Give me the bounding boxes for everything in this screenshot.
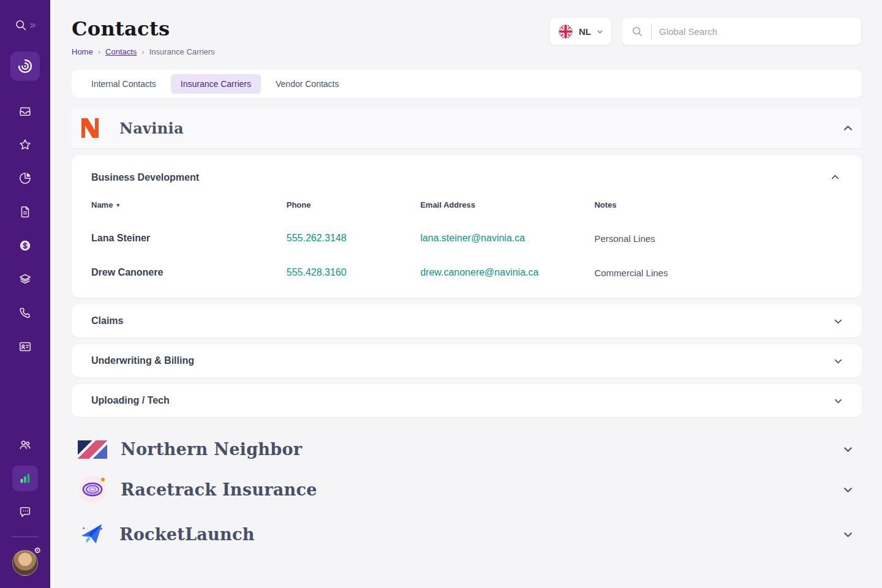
contact-phone-link[interactable]: 555.428.3160 xyxy=(287,267,414,278)
breadcrumb-separator xyxy=(98,47,100,56)
chevron-down-icon[interactable] xyxy=(840,527,856,542)
sidebar-item-favorites[interactable] xyxy=(12,132,38,157)
sidebar-item-documents[interactable] xyxy=(12,199,38,225)
tab-insurance-carriers[interactable]: Insurance Carriers xyxy=(171,74,261,94)
chevron-up-icon[interactable] xyxy=(828,170,842,184)
language-code: NL xyxy=(579,26,591,37)
section-claims[interactable]: Claims xyxy=(72,304,862,337)
sidebar-item-users[interactable] xyxy=(12,432,38,458)
carrier-rocketlaunch[interactable]: RocketLaunch xyxy=(72,512,862,556)
carrier-racetrack-insurance[interactable]: Racetrack Insurance xyxy=(72,467,862,512)
contact-card-icon xyxy=(18,340,32,353)
dollar-icon xyxy=(18,239,32,252)
rocketlaunch-logo-icon xyxy=(78,520,106,548)
contact-notes: Personal Lines xyxy=(594,233,842,244)
carrier-name: RocketLaunch xyxy=(119,525,255,544)
sidebar-divider xyxy=(12,537,39,537)
sidebar-item-education[interactable] xyxy=(12,266,38,292)
carrier-northern-neighbor[interactable]: Northern Neighbor xyxy=(72,432,862,467)
chevron-down-icon[interactable] xyxy=(831,314,845,328)
carrier-name: Racetrack Insurance xyxy=(121,480,317,499)
sidebar: ⚙ xyxy=(0,0,50,588)
contact-notes: Commercial Lines xyxy=(594,268,842,278)
chevrons-right-icon xyxy=(29,22,36,29)
gear-icon: ⚙ xyxy=(34,546,41,554)
contact-name: Drew Canonere xyxy=(91,267,287,278)
column-label: Phone xyxy=(287,200,311,209)
breadcrumb-current: Insurance Carriers xyxy=(149,47,215,56)
column-label: Name xyxy=(91,200,113,209)
search-icon xyxy=(14,18,28,32)
chevron-down-icon[interactable] xyxy=(831,394,845,408)
sidebar-item-billing[interactable] xyxy=(12,233,38,258)
chevron-down-icon[interactable] xyxy=(831,354,845,368)
table-row: Lana Steiner 555.262.3148 lana.steiner@n… xyxy=(91,233,842,244)
bar-chart-icon xyxy=(18,472,32,485)
contact-email-link[interactable]: lana.steiner@navinia.ca xyxy=(414,233,594,244)
carrier-name: Navinia xyxy=(119,119,184,137)
chat-icon xyxy=(18,505,32,519)
chevron-down-icon xyxy=(597,28,603,35)
breadcrumb-separator xyxy=(141,47,144,56)
layers-icon xyxy=(18,273,32,286)
chevron-down-icon[interactable] xyxy=(840,442,856,457)
breadcrumb-contacts-link[interactable]: Contacts xyxy=(105,47,137,56)
carrier-navinia-header[interactable]: Navinia xyxy=(72,108,862,149)
language-selector[interactable]: NL xyxy=(549,17,612,45)
racetrack-logo-icon xyxy=(78,475,107,504)
chevron-up-icon[interactable] xyxy=(840,121,856,136)
page-title: Contacts xyxy=(72,17,215,40)
tab-vendor-contacts[interactable]: Vendor Contacts xyxy=(266,74,349,94)
main-content: Contacts Home Contacts Insurance Carrier… xyxy=(50,0,882,588)
column-header-phone: Phone xyxy=(287,200,414,209)
carrier-name: Northern Neighbor xyxy=(121,440,302,459)
inbox-icon xyxy=(18,104,32,118)
pie-chart-icon xyxy=(18,172,32,185)
section-title: Claims xyxy=(91,315,123,326)
chevron-down-icon[interactable] xyxy=(840,482,856,497)
breadcrumb: Home Contacts Insurance Carriers xyxy=(72,47,215,56)
contact-email-link[interactable]: drew.canonere@navinia.ca xyxy=(414,267,594,278)
sidebar-item-calls[interactable] xyxy=(12,300,38,326)
app-logo[interactable] xyxy=(10,51,40,81)
section-underwriting-billing[interactable]: Underwriting & Billing xyxy=(72,344,862,377)
sidebar-item-contacts[interactable] xyxy=(12,334,38,360)
column-header-email: Email Address xyxy=(414,200,594,209)
sidebar-item-reports[interactable] xyxy=(12,165,38,191)
search-icon xyxy=(631,25,644,38)
users-icon xyxy=(18,438,32,451)
contacts-tabs: Internal Contacts Insurance Carriers Ven… xyxy=(72,70,862,98)
breadcrumb-home-link[interactable]: Home xyxy=(72,47,93,56)
section-header[interactable]: Business Development xyxy=(91,170,842,184)
column-header-notes: Notes xyxy=(594,200,842,209)
section-title: Business Development xyxy=(91,172,199,183)
global-search xyxy=(622,17,862,45)
column-label: Email Address xyxy=(420,200,475,209)
page-header: Contacts Home Contacts Insurance Carrier… xyxy=(72,17,862,56)
column-header-name[interactable]: Name ▾ xyxy=(91,200,287,209)
contact-phone-link[interactable]: 555.262.3148 xyxy=(287,233,414,244)
phone-icon xyxy=(18,306,32,320)
carrier-navinia: Navinia Business Development Name ▾ Phon… xyxy=(72,108,862,417)
contact-name: Lana Steiner xyxy=(91,233,287,244)
sidebar-search-button[interactable] xyxy=(14,18,36,32)
sidebar-bottom-group: ⚙ xyxy=(12,432,39,576)
user-menu[interactable]: ⚙ xyxy=(12,550,38,576)
navinia-logo-icon xyxy=(78,116,102,140)
header-controls: NL xyxy=(549,17,862,45)
tab-internal-contacts[interactable]: Internal Contacts xyxy=(81,74,166,94)
section-uploading-tech[interactable]: Uploading / Tech xyxy=(72,384,862,417)
sidebar-nav xyxy=(12,98,38,360)
table-header-row: Name ▾ Phone Email Address Notes xyxy=(91,200,842,209)
star-icon xyxy=(18,138,32,151)
uk-flag-icon xyxy=(558,24,573,39)
sidebar-item-analytics[interactable] xyxy=(12,466,38,491)
section-business-development: Business Development Name ▾ Phone Email … xyxy=(72,156,862,298)
sidebar-item-inbox[interactable] xyxy=(12,98,38,124)
sort-desc-icon: ▾ xyxy=(116,202,119,208)
document-icon xyxy=(18,205,32,219)
global-search-input[interactable] xyxy=(651,23,853,39)
column-label: Notes xyxy=(594,200,616,209)
section-title: Uploading / Tech xyxy=(91,395,170,406)
sidebar-item-chat[interactable] xyxy=(12,499,38,525)
